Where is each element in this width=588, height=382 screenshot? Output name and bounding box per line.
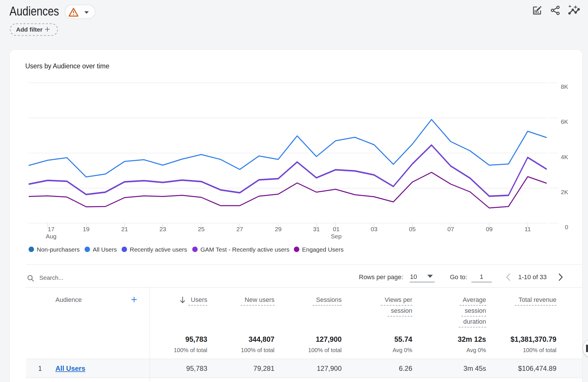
svg-text:07: 07: [447, 226, 454, 232]
svg-text:Non-purchasers: Non-purchasers: [37, 246, 80, 253]
svg-text:2K: 2K: [561, 189, 568, 195]
svg-text:17: 17: [48, 226, 54, 232]
svg-text:0: 0: [565, 224, 568, 230]
svg-text:4K: 4K: [561, 154, 568, 160]
svg-text:Sep: Sep: [331, 233, 341, 240]
svg-text:Recently active users: Recently active users: [130, 246, 187, 253]
svg-text:11: 11: [525, 226, 531, 232]
svg-text:21: 21: [121, 226, 128, 232]
svg-text:All Users: All Users: [93, 246, 117, 253]
svg-text:23: 23: [159, 226, 166, 232]
svg-text:6K: 6K: [561, 118, 568, 125]
svg-text:09: 09: [486, 226, 492, 232]
svg-text:03: 03: [371, 226, 377, 232]
svg-text:27: 27: [236, 226, 243, 232]
svg-text:29: 29: [275, 226, 281, 232]
svg-text:GAM Test - Recently active use: GAM Test - Recently active users: [200, 246, 289, 253]
svg-text:05: 05: [409, 226, 415, 232]
svg-text:19: 19: [83, 226, 89, 232]
svg-text:Aug: Aug: [46, 233, 56, 240]
svg-text:31: 31: [313, 226, 320, 232]
svg-text:25: 25: [198, 226, 204, 232]
svg-text:8K: 8K: [561, 83, 568, 90]
svg-text:01: 01: [333, 226, 339, 232]
svg-text:Engaged Users: Engaged Users: [302, 246, 344, 253]
